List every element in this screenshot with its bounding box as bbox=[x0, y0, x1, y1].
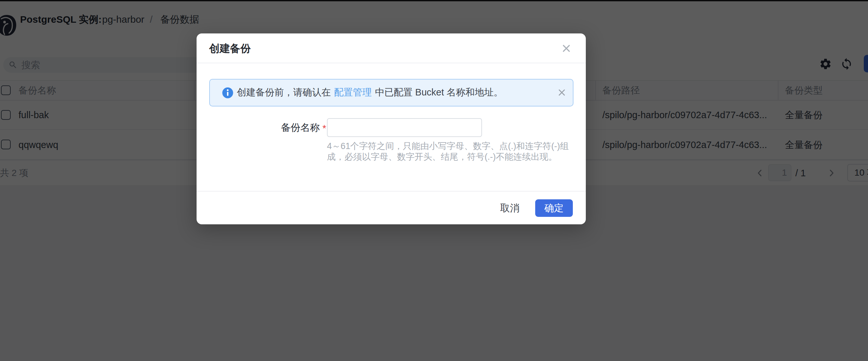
modal-title: 创建备份 bbox=[209, 33, 251, 63]
modal-footer-divider bbox=[196, 191, 586, 192]
required-asterisk: * bbox=[322, 119, 326, 138]
backup-name-label: 备份名称 bbox=[196, 118, 320, 137]
config-management-link[interactable]: 配置管理 bbox=[334, 87, 372, 98]
confirm-button[interactable]: 确定 bbox=[535, 199, 573, 217]
alert-message: 创建备份前，请确认在配置管理中已配置 Bucket 名称和地址。 bbox=[237, 79, 503, 107]
backup-name-help-text: 4～61个字符之间，只能由小写字母、数字、点(.)和连字符(-)组成，必须以字母… bbox=[327, 141, 583, 162]
alert-close-icon[interactable] bbox=[557, 87, 567, 98]
modal-close-icon[interactable] bbox=[560, 43, 572, 54]
alert-text-prefix: 创建备份前，请确认在 bbox=[237, 87, 331, 98]
create-backup-modal: 创建备份 创建备份前，请确认在配置管理中已配置 Bucket 名称和地址。 备份… bbox=[196, 33, 586, 224]
modal-header: 创建备份 bbox=[196, 33, 586, 63]
backup-name-input[interactable] bbox=[327, 118, 482, 137]
alert-text-suffix: 中已配置 Bucket 名称和地址。 bbox=[375, 87, 503, 98]
cancel-button[interactable]: 取消 bbox=[495, 199, 525, 217]
info-icon bbox=[221, 86, 234, 99]
